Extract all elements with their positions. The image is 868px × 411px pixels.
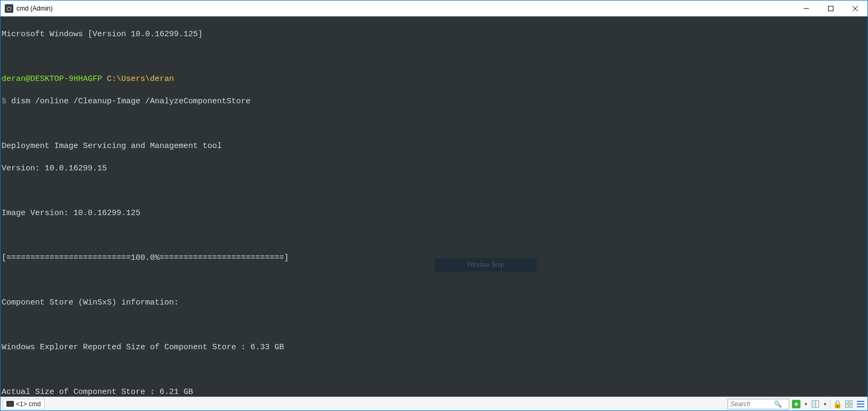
- new-tab-dropdown[interactable]: ▾: [803, 399, 808, 409]
- split-dropdown[interactable]: ▾: [822, 399, 828, 409]
- terminal-progress: [==========================100.0%=======…: [2, 252, 865, 264]
- terminal-command: $ dism /online /Cleanup-Image /AnalyzeCo…: [2, 96, 865, 107]
- terminal[interactable]: Microsoft Windows [Version 10.0.16299.12…: [1, 17, 867, 397]
- prompt-char: $: [2, 97, 6, 106]
- prompt-user: deran@DESKTOP-9HHAGFP: [2, 75, 102, 84]
- search-input[interactable]: [730, 400, 774, 408]
- prompt-path: C:\Users\deran: [107, 75, 174, 84]
- search-box[interactable]: 🔍: [728, 399, 789, 409]
- titlebar: ▢ cmd (Admin): [1, 1, 867, 17]
- terminal-line: Actual Size of Component Store : 6.21 GB: [2, 387, 865, 397]
- terminal-line: [2, 230, 865, 241]
- terminal-line: Microsoft Windows [Version 10.0.16299.12…: [2, 29, 865, 40]
- terminal-line: Image Version: 10.0.16299.125: [2, 208, 865, 219]
- terminal-line: [2, 364, 865, 375]
- minimize-button[interactable]: [794, 1, 819, 17]
- tab-label: <1> cmd: [16, 400, 41, 408]
- split-vertical-button[interactable]: [811, 399, 820, 409]
- app-icon: ▢: [5, 4, 13, 13]
- menu-button[interactable]: [856, 399, 865, 409]
- svg-rect-1: [829, 6, 833, 11]
- terminal-line: [2, 51, 865, 62]
- terminal-line: Deployment Image Servicing and Managemen…: [2, 141, 865, 152]
- lock-icon[interactable]: 🔒: [832, 399, 842, 409]
- terminal-line: [2, 185, 865, 196]
- maximize-button[interactable]: [819, 1, 843, 17]
- terminal-line: [2, 275, 865, 286]
- terminal-prompt: deran@DESKTOP-9HHAGFP C:\Users\deran: [2, 73, 865, 85]
- close-button[interactable]: [843, 1, 867, 17]
- console-icon: [6, 401, 14, 407]
- statusbar: <1> cmd 🔍 + ▾ ▾ 🔒: [1, 397, 867, 410]
- window-title: cmd (Admin): [16, 5, 53, 12]
- console-tab[interactable]: <1> cmd: [3, 399, 45, 409]
- window-grid-button[interactable]: [844, 399, 854, 409]
- terminal-line: [2, 319, 865, 331]
- terminal-line: Windows Explorer Reported Size of Compon…: [2, 342, 865, 353]
- terminal-line: Component Store (WinSxS) information:: [2, 297, 865, 308]
- terminal-line: [2, 118, 865, 129]
- terminal-line: Version: 10.0.16299.15: [2, 163, 865, 174]
- search-icon[interactable]: 🔍: [774, 400, 782, 408]
- new-tab-button[interactable]: +: [791, 399, 801, 409]
- separator: [830, 399, 830, 409]
- command-text: dism /online /Cleanup-Image /AnalyzeComp…: [6, 97, 251, 106]
